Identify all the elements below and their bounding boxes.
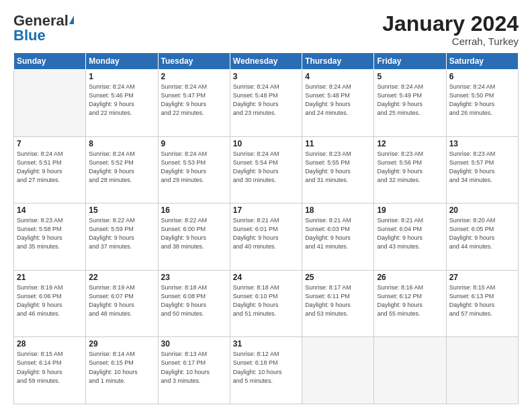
day-info: Sunrise: 8:19 AM Sunset: 6:07 PM Dayligh… <box>89 283 154 318</box>
day-info: Sunrise: 8:21 AM Sunset: 6:03 PM Dayligh… <box>305 216 371 251</box>
day-number: 20 <box>449 205 515 215</box>
day-info: Sunrise: 8:18 AM Sunset: 6:08 PM Dayligh… <box>161 283 227 318</box>
day-info: Sunrise: 8:15 AM Sunset: 6:13 PM Dayligh… <box>449 283 515 318</box>
day-number: 6 <box>449 72 515 81</box>
day-number: 26 <box>377 273 443 282</box>
table-row: 8Sunrise: 8:24 AM Sunset: 5:52 PM Daylig… <box>86 136 158 203</box>
table-row <box>374 337 446 404</box>
day-number: 27 <box>449 273 515 282</box>
table-row: 21Sunrise: 8:19 AM Sunset: 6:06 PM Dayli… <box>14 270 86 337</box>
day-info: Sunrise: 8:16 AM Sunset: 6:12 PM Dayligh… <box>377 283 443 318</box>
table-row: 7Sunrise: 8:24 AM Sunset: 5:51 PM Daylig… <box>14 136 86 203</box>
day-info: Sunrise: 8:14 AM Sunset: 6:15 PM Dayligh… <box>89 350 154 385</box>
day-info: Sunrise: 8:12 AM Sunset: 6:18 PM Dayligh… <box>233 350 299 385</box>
day-number: 7 <box>17 139 83 148</box>
page: General Blue January 2024 Cerrah, Turkey… <box>0 0 532 411</box>
table-row <box>14 70 86 137</box>
day-number: 23 <box>161 273 227 282</box>
calendar-week-row: 28Sunrise: 8:15 AM Sunset: 6:14 PM Dayli… <box>14 337 519 404</box>
day-number: 14 <box>17 205 83 215</box>
col-tuesday: Tuesday <box>158 53 230 70</box>
table-row: 9Sunrise: 8:24 AM Sunset: 5:53 PM Daylig… <box>158 136 230 203</box>
day-number: 2 <box>161 72 227 81</box>
table-row: 16Sunrise: 8:22 AM Sunset: 6:00 PM Dayli… <box>158 203 230 271</box>
day-info: Sunrise: 8:24 AM Sunset: 5:50 PM Dayligh… <box>449 83 515 118</box>
day-number: 30 <box>161 339 227 349</box>
table-row: 24Sunrise: 8:18 AM Sunset: 6:10 PM Dayli… <box>230 270 302 337</box>
day-info: Sunrise: 8:18 AM Sunset: 6:10 PM Dayligh… <box>233 283 299 318</box>
day-number: 24 <box>233 273 299 282</box>
title-block: January 2024 Cerrah, Turkey <box>382 12 519 47</box>
table-row: 10Sunrise: 8:24 AM Sunset: 5:54 PM Dayli… <box>230 136 302 203</box>
day-number: 9 <box>161 139 227 148</box>
day-number: 19 <box>377 205 443 215</box>
day-info: Sunrise: 8:24 AM Sunset: 5:48 PM Dayligh… <box>305 83 371 118</box>
table-row: 19Sunrise: 8:21 AM Sunset: 6:04 PM Dayli… <box>374 203 446 271</box>
day-info: Sunrise: 8:24 AM Sunset: 5:49 PM Dayligh… <box>377 83 443 118</box>
table-row: 26Sunrise: 8:16 AM Sunset: 6:12 PM Dayli… <box>374 270 446 337</box>
day-info: Sunrise: 8:24 AM Sunset: 5:47 PM Dayligh… <box>161 83 227 118</box>
table-row: 30Sunrise: 8:13 AM Sunset: 6:17 PM Dayli… <box>158 337 230 404</box>
table-row <box>446 337 518 404</box>
calendar-title: January 2024 <box>382 12 519 36</box>
logo: General Blue <box>13 12 75 44</box>
day-info: Sunrise: 8:24 AM Sunset: 5:46 PM Dayligh… <box>89 83 154 118</box>
day-number: 4 <box>305 72 371 81</box>
table-row: 12Sunrise: 8:23 AM Sunset: 5:56 PM Dayli… <box>374 136 446 203</box>
day-info: Sunrise: 8:21 AM Sunset: 6:04 PM Dayligh… <box>377 216 443 251</box>
day-number: 11 <box>305 139 371 148</box>
table-row: 22Sunrise: 8:19 AM Sunset: 6:07 PM Dayli… <box>86 270 158 337</box>
day-number: 21 <box>17 273 83 282</box>
col-friday: Friday <box>374 53 446 70</box>
col-wednesday: Wednesday <box>230 53 302 70</box>
header: General Blue January 2024 Cerrah, Turkey <box>13 12 519 47</box>
col-thursday: Thursday <box>302 53 374 70</box>
day-number: 12 <box>377 139 443 148</box>
day-number: 31 <box>233 339 299 349</box>
logo-blue: Blue <box>13 27 46 44</box>
table-row: 25Sunrise: 8:17 AM Sunset: 6:11 PM Dayli… <box>302 270 374 337</box>
table-row: 14Sunrise: 8:23 AM Sunset: 5:58 PM Dayli… <box>14 203 86 271</box>
table-row <box>302 337 374 404</box>
day-info: Sunrise: 8:15 AM Sunset: 6:14 PM Dayligh… <box>17 350 83 385</box>
day-info: Sunrise: 8:24 AM Sunset: 5:52 PM Dayligh… <box>89 150 154 185</box>
table-row: 17Sunrise: 8:21 AM Sunset: 6:01 PM Dayli… <box>230 203 302 271</box>
table-row: 27Sunrise: 8:15 AM Sunset: 6:13 PM Dayli… <box>446 270 518 337</box>
day-number: 10 <box>233 139 299 148</box>
table-row: 5Sunrise: 8:24 AM Sunset: 5:49 PM Daylig… <box>374 70 446 137</box>
calendar-subtitle: Cerrah, Turkey <box>382 36 519 47</box>
day-info: Sunrise: 8:23 AM Sunset: 5:56 PM Dayligh… <box>377 150 443 185</box>
col-monday: Monday <box>86 53 158 70</box>
calendar-table: Sunday Monday Tuesday Wednesday Thursday… <box>13 52 519 404</box>
day-number: 18 <box>305 205 371 215</box>
table-row: 28Sunrise: 8:15 AM Sunset: 6:14 PM Dayli… <box>14 337 86 404</box>
calendar-week-row: 21Sunrise: 8:19 AM Sunset: 6:06 PM Dayli… <box>14 270 519 337</box>
table-row: 31Sunrise: 8:12 AM Sunset: 6:18 PM Dayli… <box>230 337 302 404</box>
table-row: 4Sunrise: 8:24 AM Sunset: 5:48 PM Daylig… <box>302 70 374 137</box>
day-number: 28 <box>17 339 83 349</box>
day-info: Sunrise: 8:19 AM Sunset: 6:06 PM Dayligh… <box>17 283 83 318</box>
table-row: 23Sunrise: 8:18 AM Sunset: 6:08 PM Dayli… <box>158 270 230 337</box>
logo-triangle-icon <box>69 15 74 24</box>
day-number: 22 <box>89 273 154 282</box>
day-number: 25 <box>305 273 371 282</box>
day-number: 15 <box>89 205 154 215</box>
day-number: 8 <box>89 139 154 148</box>
day-number: 16 <box>161 205 227 215</box>
calendar-week-row: 14Sunrise: 8:23 AM Sunset: 5:58 PM Dayli… <box>14 203 519 271</box>
day-number: 13 <box>449 139 515 148</box>
col-sunday: Sunday <box>14 53 86 70</box>
calendar-week-row: 7Sunrise: 8:24 AM Sunset: 5:51 PM Daylig… <box>14 136 519 203</box>
day-info: Sunrise: 8:22 AM Sunset: 5:59 PM Dayligh… <box>89 216 154 251</box>
day-number: 29 <box>89 339 154 349</box>
day-info: Sunrise: 8:24 AM Sunset: 5:53 PM Dayligh… <box>161 150 227 185</box>
calendar-header-row: Sunday Monday Tuesday Wednesday Thursday… <box>14 53 519 70</box>
day-info: Sunrise: 8:21 AM Sunset: 6:01 PM Dayligh… <box>233 216 299 251</box>
day-info: Sunrise: 8:24 AM Sunset: 5:54 PM Dayligh… <box>233 150 299 185</box>
table-row: 29Sunrise: 8:14 AM Sunset: 6:15 PM Dayli… <box>86 337 158 404</box>
day-number: 1 <box>89 72 154 81</box>
calendar-week-row: 1Sunrise: 8:24 AM Sunset: 5:46 PM Daylig… <box>14 70 519 137</box>
day-info: Sunrise: 8:24 AM Sunset: 5:48 PM Dayligh… <box>233 83 299 118</box>
table-row: 6Sunrise: 8:24 AM Sunset: 5:50 PM Daylig… <box>446 70 518 137</box>
day-info: Sunrise: 8:17 AM Sunset: 6:11 PM Dayligh… <box>305 283 371 318</box>
